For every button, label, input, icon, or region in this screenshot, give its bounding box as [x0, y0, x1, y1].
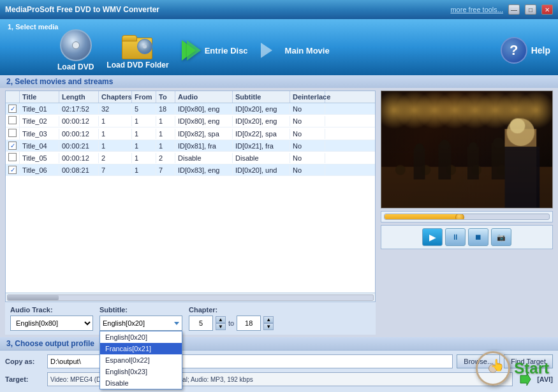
cell-chapters: 1 [99, 116, 132, 126]
select-media-label: 1, Select media [8, 23, 59, 31]
table-row: Title_04 00:00:21 1 1 1 ID[0x81], fra ID… [6, 140, 375, 152]
subtitle-dropdown: English[0x20] Francais[0x21] Espanol[0x2… [99, 331, 182, 389]
cell-from: 5 [132, 104, 156, 114]
main-movie-button[interactable]: Main Movie [285, 46, 330, 55]
cell-deinterlace: No [290, 153, 325, 163]
col-header-from: From [132, 91, 156, 103]
row-checkbox[interactable] [8, 105, 17, 113]
col-header-to: To [156, 91, 175, 103]
chapter-to-spinner[interactable]: ▲ ▼ [263, 316, 274, 330]
cell-audio: ID[0x82], spa [175, 129, 233, 139]
row-checkbox[interactable] [8, 116, 17, 124]
subtitle-option-1[interactable]: Francais[0x21] [100, 343, 182, 354]
chapter-label: Chapter: [189, 306, 274, 314]
cell-audio: Disable [175, 153, 233, 163]
start-disc-icon: 👆 [476, 351, 510, 386]
load-dvd-folder-label: Load DVD Folder [106, 61, 168, 69]
controls-row: Audio Track: English[0x80] Subtitle: Eng… [5, 302, 376, 335]
row-checkbox[interactable] [8, 129, 17, 137]
target-label: Target: [5, 375, 43, 383]
table-body: Title_01 02:17:52 32 5 18 ID[0x80], eng … [6, 103, 375, 293]
cell-title: Title_03 [20, 129, 59, 139]
load-dvd-button[interactable]: Load DVD [57, 29, 94, 71]
more-free-tools-link[interactable]: more free tools... [450, 6, 503, 13]
col-header-length: Length [59, 91, 99, 103]
subtitle-option-0[interactable]: English[0x20] [100, 331, 182, 343]
progress-handle[interactable] [455, 214, 464, 220]
cell-audio: ID[0x80], eng [175, 104, 233, 114]
main-movie-label: Main Movie [285, 46, 330, 55]
copy-as-label: Copy as: [5, 358, 43, 365]
cell-to: 1 [156, 141, 175, 151]
chapter-group: Chapter: 5 ▲ ▼ to 18 ▲ ▼ [189, 306, 274, 331]
stop-button[interactable]: ⏹ [468, 228, 488, 246]
play-button[interactable]: ▶ [422, 228, 443, 246]
chapter-to-label-text: to [228, 319, 234, 327]
cell-to: 18 [156, 104, 175, 114]
cell-to: 1 [156, 116, 175, 126]
cell-title: Title_01 [20, 104, 59, 114]
section3-header: 3, Choose output profile [0, 337, 558, 350]
subtitle-option-2[interactable]: Espanol[0x22] [100, 354, 182, 366]
stop-icon: ⏹ [474, 233, 482, 242]
col-header-chapters: Chapters [99, 91, 132, 103]
row-checkbox[interactable] [8, 166, 17, 174]
cell-to: 1 [156, 129, 175, 139]
scrollbar-track[interactable] [7, 294, 374, 301]
chapter-from-spinner[interactable]: ▲ ▼ [216, 316, 226, 330]
toolbar-content: Load DVD Load DVD Folder Entrie Disc [0, 19, 558, 75]
minimize-button[interactable]: — [508, 4, 520, 15]
cell-title: Title_06 [20, 165, 59, 175]
start-label: Start [514, 359, 549, 377]
table-row: Title_01 02:17:52 32 5 18 ID[0x80], eng … [6, 103, 375, 115]
progress-fill [385, 214, 459, 219]
scrollbar-thumb[interactable] [8, 295, 59, 300]
audio-track-select[interactable]: English[0x80] [10, 316, 93, 331]
progress-bar-area[interactable] [381, 211, 553, 222]
section2-header: 2, Select movies and streams [0, 75, 558, 88]
col-header-deinterlace: Deinterlace [290, 91, 325, 103]
capture-button[interactable]: 📷 [491, 228, 511, 246]
entre-disc-button[interactable]: Entrie Disc [182, 40, 248, 61]
chapter-inputs: 5 ▲ ▼ to 18 ▲ ▼ [189, 316, 274, 331]
start-button[interactable]: 👆 Start [476, 351, 549, 386]
cell-from: 1 [132, 153, 156, 163]
cell-title: Title_05 [20, 153, 59, 163]
chapter-to-down[interactable]: ▼ [263, 323, 274, 330]
cell-length: 00:00:12 [59, 153, 99, 163]
subtitle-option-3[interactable]: English[0x23] [100, 366, 182, 377]
chapter-from-input[interactable]: 5 [189, 316, 213, 331]
entre-disc-arrow2 [187, 40, 201, 61]
cell-subtitle: ID[0x22], spa [233, 129, 290, 139]
left-panel: Title Length Chapters From To Audio Subt… [5, 91, 376, 335]
row-checkbox[interactable] [8, 142, 17, 150]
toolbar: 1, Select media Load DVD Load DVD Folder [0, 19, 558, 75]
load-dvd-folder-button[interactable]: Load DVD Folder [106, 31, 168, 69]
chapter-to-input[interactable]: 18 [237, 316, 261, 331]
pause-button[interactable]: ⏸ [445, 228, 466, 246]
chapter-to-up[interactable]: ▲ [263, 316, 274, 323]
table-scrollbar[interactable] [6, 293, 375, 301]
help-button[interactable]: ? Help [501, 37, 550, 64]
output-section: Copy as: Browse... Find Target Target: V… [0, 350, 558, 392]
cell-title: Title_02 [20, 116, 59, 126]
playback-controls: ▶ ⏸ ⏹ 📷 [381, 225, 553, 249]
progress-track[interactable] [384, 214, 550, 220]
chapter-from-down[interactable]: ▼ [216, 323, 226, 330]
row-checkbox[interactable] [8, 153, 17, 161]
close-button[interactable]: ✕ [541, 4, 553, 15]
cell-length: 00:00:12 [59, 116, 99, 126]
cell-audio: ID[0x81], fra [175, 141, 233, 151]
subtitle-select-display[interactable]: English[0x20] [99, 316, 182, 331]
cell-length: 00:00:21 [59, 141, 99, 151]
help-icon: ? [501, 37, 527, 64]
cell-deinterlace: No [290, 104, 325, 114]
preview-panel: ▶ ⏸ ⏹ 📷 [381, 91, 553, 335]
cell-deinterlace: No [290, 165, 325, 175]
maximize-button[interactable]: □ [525, 4, 536, 15]
subtitle-option-4[interactable]: Disable [100, 377, 182, 389]
entre-disc-label: Entrie Disc [205, 46, 248, 55]
play-icon: ▶ [429, 232, 436, 242]
cell-subtitle: Disable [233, 153, 290, 163]
chapter-from-up[interactable]: ▲ [216, 316, 226, 323]
